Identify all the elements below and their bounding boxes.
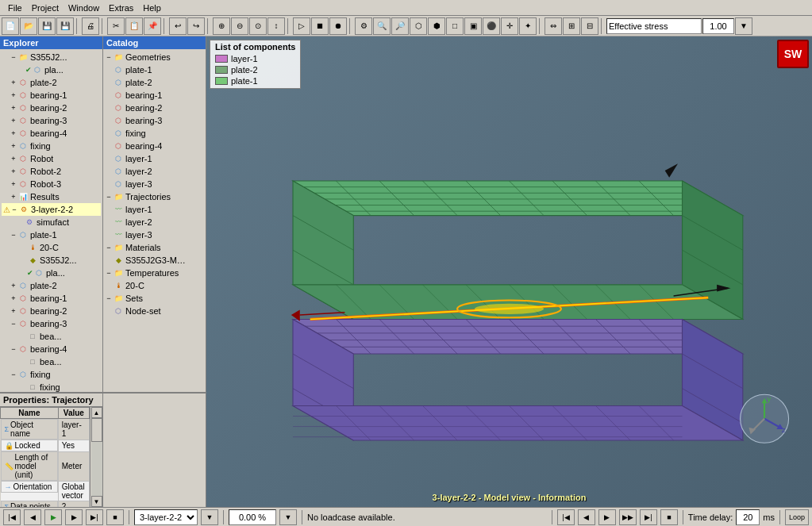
explorer-item-plate2[interactable]: + ⬡ plate-2 <box>2 76 101 89</box>
stress-type-input[interactable] <box>606 18 702 34</box>
expand-bearing2[interactable]: + <box>10 104 17 112</box>
tb-b15[interactable]: ⚫ <box>483 17 500 35</box>
tb-b20[interactable]: ⊟ <box>581 17 598 35</box>
catalog-temperatures[interactable]: − 📁 Temperatures <box>105 267 204 279</box>
expand-s355j2[interactable]: − <box>10 53 17 61</box>
tb-b7[interactable]: ⏺ <box>329 17 347 35</box>
expand-robot3[interactable]: + <box>10 180 17 188</box>
expand-bearing4b[interactable]: − <box>10 345 17 353</box>
menu-help[interactable]: Help <box>138 2 166 13</box>
tb-b5[interactable]: ▷ <box>293 17 310 35</box>
expand-trajectories[interactable]: − <box>105 193 113 201</box>
explorer-item-bearing1b[interactable]: + ⬡ bearing-1 <box>2 292 101 305</box>
explorer-item-robot[interactable]: + ⬡ Robot <box>2 152 101 165</box>
explorer-item-fixingb[interactable]: − ⬡ fixing <box>2 368 101 381</box>
expand-fixingb2[interactable] <box>19 383 27 391</box>
tb-b11[interactable]: ⬡ <box>410 17 427 35</box>
expand-fixing[interactable]: + <box>10 142 17 150</box>
expand-results[interactable]: + <box>10 193 17 201</box>
stop-button[interactable]: ■ <box>106 509 124 525</box>
expand-plate2b[interactable]: + <box>10 282 17 290</box>
tb-b13[interactable]: □ <box>446 17 464 35</box>
explorer-tree[interactable]: − 📁 S355J2... ✔ ⬡ pla... + ⬡ plate-2 + ⬡ <box>0 49 102 392</box>
explorer-item-bearing4[interactable]: + ⬡ bearing-4 <box>2 127 101 140</box>
dropdown-arrow-btn[interactable]: ▼ <box>201 509 218 525</box>
expand-robot2[interactable]: + <box>10 167 17 175</box>
tb-b16[interactable]: ✛ <box>501 17 518 35</box>
expand-pla2[interactable] <box>19 269 27 277</box>
percent-dropdown-btn[interactable]: ▼ <box>279 509 297 525</box>
prev-frame-btn[interactable]: |◀ <box>557 509 575 525</box>
play-button[interactable]: ▶ <box>44 509 62 525</box>
expand-simufact[interactable] <box>16 218 24 226</box>
explorer-item-bearing2b[interactable]: + ⬡ bearing-2 <box>2 305 101 317</box>
play-first-button[interactable]: |◀ <box>3 509 21 525</box>
time-delay-input[interactable] <box>736 509 760 525</box>
explorer-item-robot3[interactable]: + ⬡ Robot-3 <box>2 178 101 190</box>
expand-plate1[interactable]: − <box>10 231 17 239</box>
expand-robot[interactable]: + <box>10 155 17 163</box>
expand-3layer[interactable]: − <box>10 205 18 213</box>
catalog-s355[interactable]: ◆ S355J2G3-MPM-sw <box>105 254 204 267</box>
explorer-item-simufact[interactable]: ⚙ simufact <box>2 216 101 228</box>
print-button[interactable]: 🖨 <box>82 17 99 35</box>
paste-button[interactable]: 📌 <box>144 17 161 35</box>
expand-bea3a[interactable] <box>19 332 27 340</box>
catalog-layer1[interactable]: ⬡ layer-1 <box>105 152 204 165</box>
explorer-item-s355j2[interactable]: − 📁 S355J2... <box>2 51 101 63</box>
play-last-button[interactable]: ▶| <box>86 509 103 525</box>
catalog-fixing[interactable]: ⬡ fixing <box>105 127 204 140</box>
explorer-item-3layer[interactable]: ⚠ − ⚙ 3-layer-2-2 <box>2 203 101 216</box>
catalog-plate1[interactable]: ⬡ plate-1 <box>105 63 204 76</box>
catalog-traj-layer1[interactable]: 〰 layer-1 <box>105 203 204 216</box>
catalog-20c[interactable]: 🌡 20-C <box>105 279 204 292</box>
tb-b10[interactable]: 🔎 <box>391 17 409 35</box>
explorer-item-robot2[interactable]: + ⬡ Robot-2 <box>2 165 101 178</box>
expand-geometries[interactable]: − <box>105 53 113 61</box>
explorer-item-bearing3[interactable]: + ⬡ bearing-3 <box>2 114 101 127</box>
step-back-btn[interactable]: ◀ <box>578 509 595 525</box>
explorer-item-s355j22[interactable]: ◆ S355J2... <box>2 254 101 267</box>
explorer-item-bea3a[interactable]: □ bea... <box>2 330 101 343</box>
explorer-item-bearing2[interactable]: + ⬡ bearing-2 <box>2 102 101 114</box>
catalog-bearing2[interactable]: ⬡ bearing-2 <box>105 102 204 114</box>
tb-b18[interactable]: ⇔ <box>545 17 562 35</box>
explorer-item-results[interactable]: + 📊 Results <box>2 190 101 203</box>
explorer-item-bearing3b[interactable]: − ⬡ bearing-3 <box>2 317 101 330</box>
expand-temperatures[interactable]: − <box>105 269 113 277</box>
stop-anim-btn[interactable]: ■ <box>660 509 678 525</box>
explorer-item-plate1[interactable]: − ⬡ plate-1 <box>2 228 101 241</box>
tb-b8[interactable]: ⚙ <box>355 17 372 35</box>
tb-b14[interactable]: ▣ <box>464 17 482 35</box>
catalog-bearing3[interactable]: ⬡ bearing-3 <box>105 114 204 127</box>
tb-b6[interactable]: ⏹ <box>311 17 329 35</box>
explorer-item-20c[interactable]: 🌡 20-C <box>2 241 101 254</box>
menu-window[interactable]: Window <box>63 2 104 13</box>
catalog-trajectories[interactable]: − 📁 Trajectories <box>105 190 204 203</box>
tb-b2[interactable]: ⊖ <box>231 17 248 35</box>
catalog-geometries[interactable]: − 📁 Geometries <box>105 51 204 63</box>
cut-button[interactable]: ✂ <box>107 17 125 35</box>
tb-b3[interactable]: ⊙ <box>249 17 267 35</box>
open-button[interactable]: 📂 <box>20 17 37 35</box>
expand-pla1[interactable] <box>17 66 25 74</box>
expand-bearing4[interactable]: + <box>10 129 17 137</box>
catalog-tree[interactable]: − 📁 Geometries ⬡ plate-1 ⬡ plate-2 ⬡ bea… <box>103 49 206 392</box>
expand-materials[interactable]: − <box>105 244 113 251</box>
catalog-traj-layer3[interactable]: 〰 layer-3 <box>105 228 204 241</box>
explorer-item-bea4a[interactable]: □ bea... <box>2 355 101 368</box>
play-next-button[interactable]: ▶ <box>65 509 83 525</box>
catalog-plate2[interactable]: ⬡ plate-2 <box>105 76 204 89</box>
save-button[interactable]: 💾 <box>38 17 56 35</box>
explorer-item-fixing[interactable]: + ⬡ fixing <box>2 140 101 152</box>
explorer-item-pla1[interactable]: ✔ ⬡ pla... <box>2 63 101 76</box>
stress-apply-button[interactable]: ▼ <box>735 17 752 35</box>
sim-name-dropdown[interactable]: 3-layer-2-2 <box>134 509 198 525</box>
catalog-sets[interactable]: − 📁 Sets <box>105 292 204 305</box>
expand-bearing1[interactable]: + <box>10 91 17 99</box>
catalog-traj-layer2[interactable]: 〰 layer-2 <box>105 216 204 228</box>
expand-bearing3[interactable]: + <box>10 117 17 125</box>
menu-project[interactable]: Project <box>27 2 63 13</box>
scroll-thumb[interactable] <box>91 418 102 442</box>
catalog-bearing4[interactable]: ⬡ bearing-4 <box>105 140 204 152</box>
